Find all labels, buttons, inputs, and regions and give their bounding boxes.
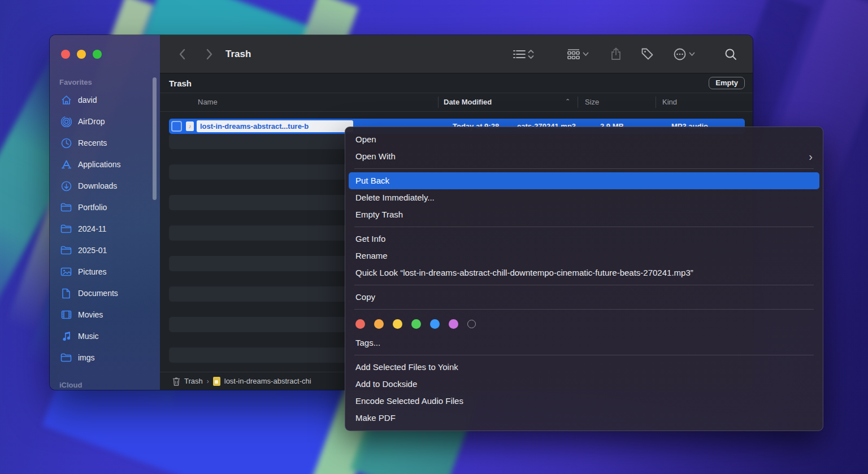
menu-item-copy[interactable]: Copy: [349, 289, 819, 306]
tag-color-dot[interactable]: [411, 319, 421, 329]
sidebar-item-applications[interactable]: Applications: [54, 154, 152, 175]
close-button[interactable]: [61, 50, 70, 59]
forward-button[interactable]: [201, 46, 218, 63]
sidebar-item-portfolio[interactable]: Portfolio: [54, 197, 152, 218]
menu-item-make-pdf[interactable]: Make PDF: [349, 410, 819, 427]
menu-separator: [354, 168, 814, 169]
sidebar-scrollbar[interactable]: [153, 77, 157, 200]
folder-icon: [60, 244, 72, 256]
sidebar-item-downloads[interactable]: Downloads: [54, 175, 152, 197]
tag-color-dot[interactable]: [430, 319, 440, 329]
sidebar-item-movies[interactable]: Movies: [54, 304, 152, 325]
column-divider[interactable]: [578, 97, 578, 108]
mp3-file-icon: ♪: [186, 121, 194, 131]
download-icon: [60, 180, 72, 192]
share-button: [610, 45, 622, 64]
list-view-icon: [513, 49, 526, 59]
empty-trash-button[interactable]: Empty: [709, 77, 745, 89]
menu-item-empty-trash[interactable]: Empty Trash: [349, 206, 819, 223]
minimize-button[interactable]: [77, 50, 86, 59]
sort-chevrons-icon: [528, 49, 534, 59]
submenu-chevron-icon: ›: [809, 148, 813, 165]
breadcrumb-chevron-icon: ›: [207, 377, 209, 385]
menu-tag-colors: [345, 313, 823, 334]
back-button[interactable]: [173, 46, 190, 63]
path-file-label[interactable]: lost-in-dreams-abstract-chi: [224, 377, 311, 385]
sidebar-item-david[interactable]: david: [54, 89, 152, 111]
more-options-button[interactable]: [673, 45, 695, 64]
list-view-button[interactable]: [513, 45, 534, 64]
appstore-icon: [60, 158, 72, 171]
location-title: Trash: [169, 79, 192, 88]
sidebar-item-2025-01[interactable]: 2025-01: [54, 240, 152, 261]
file-badge-icon: [213, 377, 220, 386]
chevron-down-icon: [583, 52, 589, 56]
column-kind[interactable]: Kind: [662, 98, 677, 106]
pictures-icon: [60, 266, 72, 278]
tag-color-dot[interactable]: [374, 319, 384, 329]
sidebar-item-label: imgs: [78, 353, 95, 362]
sidebar-item-2024-11[interactable]: 2024-11: [54, 218, 152, 240]
search-button[interactable]: [724, 45, 737, 64]
tag-color-dot[interactable]: [355, 319, 365, 329]
column-divider[interactable]: [656, 97, 656, 108]
tags-button[interactable]: [641, 45, 654, 64]
sort-indicator-icon: ⌃: [565, 98, 570, 105]
menu-item-add-selected-files-to-yoink[interactable]: Add Selected Files to Yoink: [349, 359, 819, 376]
tag-color-dot[interactable]: [449, 319, 458, 329]
home-icon: [60, 94, 72, 106]
sidebar-item-label: Applications: [78, 160, 121, 169]
path-trash-label[interactable]: Trash: [184, 377, 203, 385]
column-divider[interactable]: [438, 97, 439, 108]
menu-item-put-back[interactable]: Put Back: [349, 172, 819, 189]
sidebar-item-airdrop[interactable]: AirDrop: [54, 111, 152, 132]
sidebar-item-pictures[interactable]: Pictures: [54, 261, 152, 282]
airdrop-icon: [60, 115, 72, 128]
sidebar-item-label: Pictures: [78, 267, 107, 276]
forward-chevron-icon: [206, 49, 213, 60]
sidebar-item-label: Recents: [78, 138, 107, 147]
file-name-field[interactable]: lost-in-dreams-abstract...ture-b: [197, 120, 353, 132]
window-title: Trash: [225, 49, 251, 60]
sidebar-section-icloud: iCloud: [59, 381, 82, 389]
menu-item-tags[interactable]: Tags...: [349, 334, 819, 351]
share-icon: [610, 47, 622, 61]
sidebar-item-label: Movies: [78, 310, 103, 319]
sidebar-item-imgs[interactable]: imgs: [54, 347, 152, 368]
column-size[interactable]: Size: [585, 98, 599, 106]
folder-icon: [60, 223, 72, 235]
sidebar-item-label: AirDrop: [78, 117, 105, 126]
menu-item-quick-look-lost-in-dreams-abstract-chill[interactable]: Quick Look “lost-in-dreams-abstract-chil…: [349, 264, 819, 281]
column-name[interactable]: Name: [198, 98, 218, 106]
column-date-modified[interactable]: Date Modified: [444, 98, 492, 106]
toolbar: Trash: [160, 35, 753, 73]
menu-item-open[interactable]: Open: [349, 131, 819, 148]
movies-icon: [60, 308, 72, 321]
menu-item-get-info[interactable]: Get Info: [349, 231, 819, 247]
music-icon: [60, 330, 72, 342]
sidebar-item-music[interactable]: Music: [54, 325, 152, 347]
sidebar-item-label: 2024-11: [78, 224, 106, 233]
chevron-down-icon: [689, 52, 695, 56]
sidebar-list: davidAirDropRecentsApplicationsDownloads…: [54, 89, 152, 368]
menu-item-encode-selected-audio-files[interactable]: Encode Selected Audio Files: [349, 393, 819, 410]
context-menu: OpenOpen With›Put BackDelete Immediately…: [345, 127, 823, 431]
zoom-button[interactable]: [93, 50, 102, 59]
menu-item-rename[interactable]: Rename: [349, 247, 819, 264]
sidebar-item-label: Documents: [78, 289, 118, 298]
menu-item-add-to-dockside[interactable]: Add to Dockside: [349, 376, 819, 393]
sidebar-item-recents[interactable]: Recents: [54, 132, 152, 154]
trash-icon: [172, 377, 180, 386]
sidebar-item-label: 2025-01: [78, 246, 107, 255]
group-view-icon: [567, 49, 580, 60]
toolbar-actions: [513, 45, 753, 64]
group-view-button[interactable]: [567, 45, 589, 64]
menu-item-open-with[interactable]: Open With›: [349, 148, 819, 165]
menu-item-delete-immediately[interactable]: Delete Immediately...: [349, 189, 819, 206]
tag-color-none[interactable]: [467, 320, 476, 328]
menu-separator: [354, 309, 814, 310]
sidebar-section-favorites: Favorites: [59, 78, 92, 86]
tag-color-dot[interactable]: [393, 319, 402, 329]
sidebar-item-documents[interactable]: Documents: [54, 282, 152, 304]
window-controls: [61, 50, 102, 59]
